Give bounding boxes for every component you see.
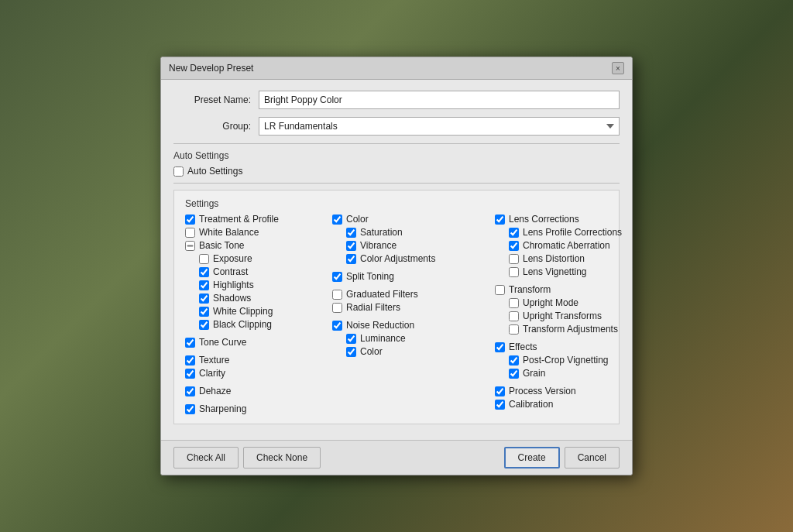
list-item: Split Toning — [332, 271, 487, 282]
cancel-button[interactable]: Cancel — [565, 447, 620, 469]
group-select[interactable]: LR Fundamentals User Presets — [259, 117, 620, 136]
list-item: Luminance — [332, 333, 487, 344]
preset-name-label: Preset Name: — [173, 94, 251, 105]
bottom-bar: Check All Check None Create Cancel — [161, 440, 632, 475]
color-adjustments-checkbox[interactable] — [346, 254, 356, 264]
graduated-filters-checkbox[interactable] — [332, 290, 342, 300]
white-clipping-checkbox[interactable] — [199, 307, 209, 317]
noise-reduction-checkbox[interactable] — [332, 321, 342, 331]
list-item: Calibration — [495, 399, 665, 410]
settings-col2: Color Saturation Vibrance Color Adjustme… — [332, 214, 487, 416]
list-item: Color — [332, 346, 487, 357]
post-crop-vignetting-checkbox[interactable] — [509, 355, 519, 366]
treatment-checkbox[interactable] — [185, 215, 195, 225]
close-button[interactable]: × — [612, 62, 624, 74]
list-item: Dehaze — [185, 386, 324, 396]
bottom-right-buttons: Create Cancel — [504, 447, 620, 469]
list-item: Tone Curve — [185, 337, 324, 348]
auto-settings-row: Auto Settings — [173, 166, 620, 177]
list-item: Vibrance — [332, 240, 487, 251]
process-version-checkbox[interactable] — [495, 386, 505, 396]
preset-name-row: Preset Name: — [173, 91, 620, 109]
list-item: Transform — [495, 284, 665, 295]
transform-adjustments-checkbox[interactable] — [509, 324, 519, 335]
lens-vignetting-checkbox[interactable] — [509, 267, 519, 277]
list-item: Shadows — [185, 293, 324, 304]
white-balance-checkbox[interactable] — [185, 228, 195, 238]
texture-checkbox[interactable] — [185, 355, 195, 366]
list-item: Clarity — [185, 368, 324, 379]
shadows-checkbox[interactable] — [199, 293, 209, 304]
list-item: Saturation — [332, 227, 487, 238]
create-button[interactable]: Create — [504, 447, 560, 469]
title-bar: New Develop Preset × — [161, 57, 632, 80]
radial-filters-checkbox[interactable] — [332, 303, 342, 313]
effects-checkbox[interactable] — [495, 342, 505, 352]
list-item: Contrast — [185, 266, 324, 277]
list-item: Upright Transforms — [495, 311, 665, 321]
settings-col1: Treatment & Profile White Balance Basic … — [185, 214, 324, 416]
settings-grid: Treatment & Profile White Balance Basic … — [185, 214, 608, 416]
list-item: Graduated Filters — [332, 289, 487, 300]
sharpening-checkbox[interactable] — [185, 404, 195, 414]
list-item: Texture — [185, 355, 324, 366]
list-item: Post-Crop Vignetting — [495, 355, 665, 366]
group-label: Group: — [173, 121, 251, 132]
group-row: Group: LR Fundamentals User Presets — [173, 117, 620, 136]
list-item: Color — [332, 214, 487, 225]
luminance-checkbox[interactable] — [346, 334, 356, 344]
list-item: Black Clipping — [185, 319, 324, 330]
check-none-button[interactable]: Check None — [243, 447, 321, 469]
list-item: Highlights — [185, 280, 324, 290]
saturation-checkbox[interactable] — [346, 228, 356, 238]
list-item: Exposure — [185, 253, 324, 264]
list-item: Basic Tone — [185, 240, 324, 251]
clarity-checkbox[interactable] — [185, 369, 195, 379]
list-item: Transform Adjustments — [495, 324, 665, 335]
contrast-checkbox[interactable] — [199, 267, 209, 277]
black-clipping-checkbox[interactable] — [199, 320, 209, 330]
list-item: Sharpening — [185, 403, 324, 414]
settings-title: Settings — [185, 198, 608, 209]
list-item: Grain — [495, 368, 665, 379]
tone-curve-checkbox[interactable] — [185, 338, 195, 348]
dehaze-checkbox[interactable] — [185, 386, 195, 396]
auto-settings-title: Auto Settings — [173, 150, 620, 161]
list-item: Color Adjustments — [332, 253, 487, 264]
list-item: Lens Corrections — [495, 214, 665, 225]
list-item: Lens Vignetting — [495, 266, 665, 277]
grain-checkbox[interactable] — [509, 369, 519, 379]
dialog-title: New Develop Preset — [169, 63, 253, 74]
highlights-checkbox[interactable] — [199, 280, 209, 290]
list-item: White Balance — [185, 227, 324, 238]
lens-profile-checkbox[interactable] — [509, 228, 519, 238]
preset-name-input[interactable] — [259, 91, 620, 109]
list-item: Upright Mode — [495, 297, 665, 308]
check-all-button[interactable]: Check All — [173, 447, 239, 469]
lens-corrections-checkbox[interactable] — [495, 215, 505, 225]
transform-checkbox[interactable] — [495, 285, 505, 295]
calibration-checkbox[interactable] — [495, 400, 505, 410]
new-develop-preset-dialog: New Develop Preset × Preset Name: Group:… — [160, 57, 633, 475]
color-nr-checkbox[interactable] — [346, 347, 356, 357]
auto-settings-label[interactable]: Auto Settings — [187, 166, 242, 177]
list-item: Lens Distortion — [495, 253, 665, 264]
chromatic-aberration-checkbox[interactable] — [509, 241, 519, 251]
upright-mode-checkbox[interactable] — [509, 298, 519, 308]
vibrance-checkbox[interactable] — [346, 241, 356, 251]
list-item: Effects — [495, 342, 665, 352]
color-checkbox[interactable] — [332, 215, 342, 225]
list-item: White Clipping — [185, 306, 324, 317]
lens-distortion-checkbox[interactable] — [509, 254, 519, 264]
list-item: Radial Filters — [332, 302, 487, 313]
dialog-body: Preset Name: Group: LR Fundamentals User… — [161, 80, 632, 440]
exposure-checkbox[interactable] — [199, 254, 209, 264]
list-item: Chromatic Aberration — [495, 240, 665, 251]
split-toning-checkbox[interactable] — [332, 272, 342, 282]
settings-col3: Lens Corrections Lens Profile Correction… — [495, 214, 665, 416]
auto-settings-section: Auto Settings Auto Settings — [173, 150, 620, 177]
auto-settings-checkbox[interactable] — [173, 166, 184, 177]
bottom-left-buttons: Check All Check None — [173, 447, 321, 469]
upright-transforms-checkbox[interactable] — [509, 311, 519, 321]
basic-tone-checkbox[interactable] — [185, 241, 195, 251]
